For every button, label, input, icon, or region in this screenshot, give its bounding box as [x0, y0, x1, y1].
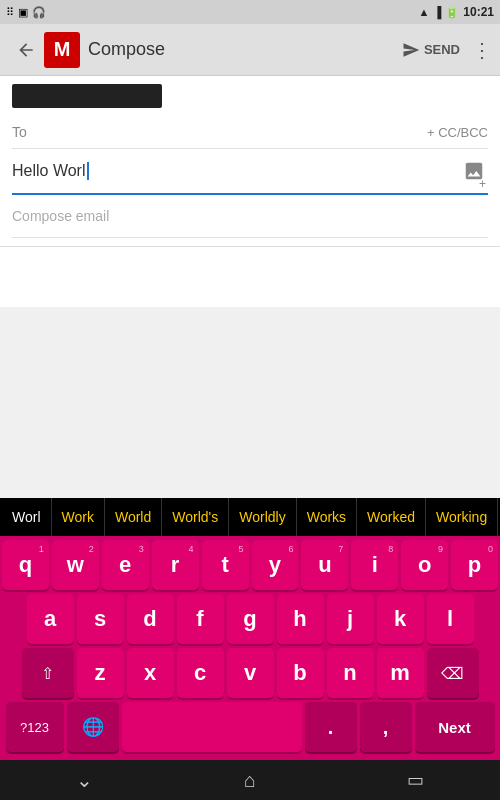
cc-bcc-label[interactable]: + CC/BCC	[427, 125, 488, 140]
send-button[interactable]: SEND	[402, 41, 460, 59]
key-s[interactable]: s	[77, 594, 124, 644]
key-g[interactable]: g	[227, 594, 274, 644]
key-y[interactable]: 6y	[252, 540, 299, 590]
subject-text: Hello Worl	[12, 162, 460, 181]
from-field	[12, 84, 488, 108]
key-b[interactable]: b	[277, 648, 324, 698]
key-m[interactable]: m	[377, 648, 424, 698]
status-bar-right: ▲ ▐ 🔋 10:21	[419, 5, 494, 19]
nav-back-button[interactable]: ⌄	[76, 768, 93, 792]
empty-space	[0, 247, 500, 307]
key-a[interactable]: a	[27, 594, 74, 644]
key-q[interactable]: 1q	[2, 540, 49, 590]
autocomplete-item-5[interactable]: Works	[297, 498, 357, 536]
key-z[interactable]: z	[77, 648, 124, 698]
nav-bar: ⌄ ⌂ ▭	[0, 760, 500, 800]
nav-home-button[interactable]: ⌂	[244, 769, 256, 792]
key-e[interactable]: 3e	[102, 540, 149, 590]
to-input[interactable]	[42, 124, 488, 140]
key-h[interactable]: h	[277, 594, 324, 644]
autocomplete-item-3[interactable]: World's	[162, 498, 229, 536]
key-j[interactable]: j	[327, 594, 374, 644]
autocomplete-item-0[interactable]: Worl	[2, 498, 52, 536]
image-icon: ▣	[18, 6, 28, 19]
signal-icon: ▐	[434, 6, 442, 18]
autocomplete-item-4[interactable]: Worldly	[229, 498, 296, 536]
key-k[interactable]: k	[377, 594, 424, 644]
status-bar-left: ⠿ ▣ 🎧	[6, 6, 46, 19]
back-button[interactable]	[8, 32, 44, 68]
key-o[interactable]: 9o	[401, 540, 448, 590]
key-c[interactable]: c	[177, 648, 224, 698]
body-placeholder[interactable]: Compose email	[12, 208, 109, 224]
to-label: To	[12, 124, 42, 140]
key-u[interactable]: 7u	[301, 540, 348, 590]
next-key[interactable]: Next	[415, 702, 495, 752]
attach-button[interactable]: +	[460, 157, 488, 185]
period-key[interactable]: .	[305, 702, 357, 752]
key-t[interactable]: 5t	[202, 540, 249, 590]
keyboard-area: Worl Work World World's Worldly Works Wo…	[0, 498, 500, 760]
headphone-icon: 🎧	[32, 6, 46, 19]
key-d[interactable]: d	[127, 594, 174, 644]
key-n[interactable]: n	[327, 648, 374, 698]
keyboard-row-1: 1q 2w 3e 4r 5t 6y 7u 8i 9o 0p	[2, 540, 498, 590]
key-i[interactable]: 8i	[351, 540, 398, 590]
grid-icon: ⠿	[6, 6, 14, 19]
space-key[interactable]	[122, 702, 302, 752]
comma-key[interactable]: ,	[360, 702, 412, 752]
text-cursor	[87, 162, 89, 180]
keyboard-row-2: a s d f g h j k l	[2, 594, 498, 644]
key-w[interactable]: 2w	[52, 540, 99, 590]
nav-recents-button[interactable]: ▭	[407, 769, 424, 791]
to-field-row: To + CC/BCC	[12, 116, 488, 149]
next-label: Next	[438, 719, 471, 736]
globe-key[interactable]: 🌐	[67, 702, 119, 752]
autocomplete-item-6[interactable]: Worked	[357, 498, 426, 536]
more-button[interactable]: ⋮	[472, 38, 492, 62]
sym-label: ?123	[20, 720, 49, 735]
key-p[interactable]: 0p	[451, 540, 498, 590]
key-f[interactable]: f	[177, 594, 224, 644]
autocomplete-item-1[interactable]: Work	[52, 498, 105, 536]
toolbar-title: Compose	[88, 39, 402, 60]
key-x[interactable]: x	[127, 648, 174, 698]
backspace-key[interactable]: ⌫	[427, 648, 479, 698]
status-bar: ⠿ ▣ 🎧 ▲ ▐ 🔋 10:21	[0, 0, 500, 24]
keyboard: 1q 2w 3e 4r 5t 6y 7u 8i 9o 0p a s d f g …	[0, 536, 500, 760]
autocomplete-item-7[interactable]: Working	[426, 498, 498, 536]
body-row: Compose email	[12, 195, 488, 238]
from-email-bar	[12, 84, 162, 108]
toolbar: Compose SEND ⋮	[0, 24, 500, 76]
autocomplete-item-2[interactable]: World	[105, 498, 162, 536]
gmail-icon	[44, 32, 80, 68]
send-label: SEND	[424, 42, 460, 57]
keyboard-row-3: ⇧ z x c v b n m ⌫	[2, 648, 498, 698]
autocomplete-bar: Worl Work World World's Worldly Works Wo…	[0, 498, 500, 536]
key-r[interactable]: 4r	[152, 540, 199, 590]
key-v[interactable]: v	[227, 648, 274, 698]
compose-area: To + CC/BCC Hello Worl + Compose email	[0, 76, 500, 247]
symbols-key[interactable]: ?123	[6, 702, 64, 752]
wifi-icon: ▲	[419, 6, 430, 18]
subject-row: Hello Worl +	[12, 149, 488, 195]
time-display: 10:21	[463, 5, 494, 19]
battery-icon: 🔋	[445, 6, 459, 19]
shift-key[interactable]: ⇧	[22, 648, 74, 698]
keyboard-row-4: ?123 🌐 . , Next	[2, 702, 498, 752]
key-l[interactable]: l	[427, 594, 474, 644]
